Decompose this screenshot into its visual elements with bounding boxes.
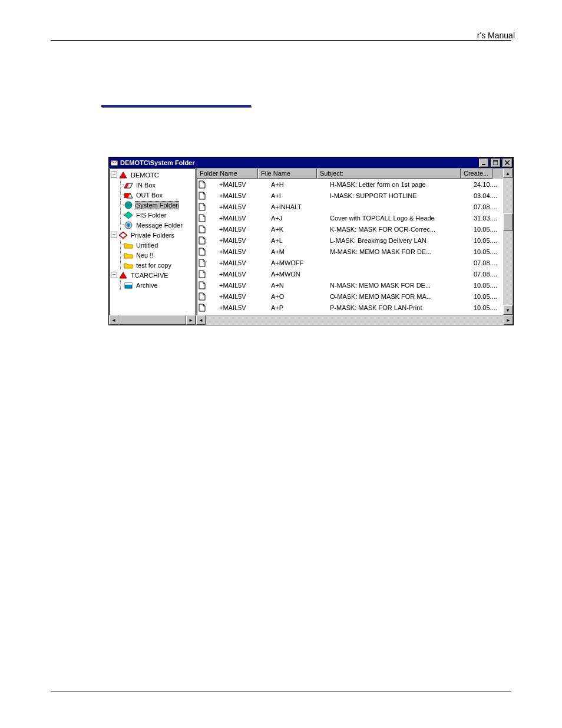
- cell-file: A+MWON: [269, 271, 328, 278]
- table-row[interactable]: +MAIL5VA+OO-MASK: MEMO MASK FOR MA...10.…: [197, 291, 503, 302]
- file-list[interactable]: +MAIL5VA+HH-MASK: Letter form on 1st pag…: [197, 179, 503, 315]
- cell-subject: L-MASK: Breakmsg Delivery LAN: [328, 237, 471, 244]
- cell-folder: +MAIL5V: [207, 271, 269, 278]
- tree-root-demotc[interactable]: – DEMOTC: [110, 170, 195, 180]
- tree-private-folders[interactable]: – Private Folders: [110, 230, 195, 240]
- cell-created: 07.08....: [471, 203, 503, 210]
- cell-created: 10.05....: [471, 237, 503, 244]
- app-icon: [110, 159, 118, 167]
- tree-system-folder[interactable]: System Folder: [110, 200, 195, 210]
- cell-created: 07.08....: [471, 259, 503, 266]
- tree-hscrollbar[interactable]: ◄ ►: [109, 315, 196, 325]
- col-file-header[interactable]: File Name: [258, 169, 317, 179]
- document-icon: [197, 270, 207, 278]
- svg-rect-3: [493, 160, 498, 162]
- system-folder-icon: [124, 201, 133, 209]
- table-row[interactable]: +MAIL5VA+MWON07.08....: [197, 268, 503, 279]
- document-icon: [197, 292, 207, 301]
- table-row[interactable]: +MAIL5VA+II-MASK: SUPPORT HOTLINE03.04..…: [197, 190, 503, 201]
- cell-file: A+H: [269, 181, 328, 188]
- cell-file: A+O: [269, 293, 328, 300]
- maximize-button[interactable]: [490, 158, 501, 167]
- cell-created: 10.05....: [471, 304, 503, 311]
- tree-message-folder[interactable]: Message Folder: [110, 220, 195, 230]
- scroll-right-button[interactable]: ►: [186, 315, 196, 325]
- tree-untitled[interactable]: Untitled: [110, 240, 195, 250]
- document-icon: [197, 259, 207, 267]
- section-underline: [101, 105, 251, 107]
- close-button[interactable]: [502, 158, 513, 167]
- svg-rect-1: [482, 164, 485, 165]
- table-row[interactable]: +MAIL5VA+INHALT07.08....: [197, 201, 503, 212]
- cell-folder: +MAIL5V: [207, 259, 269, 266]
- tree-archive[interactable]: Archive: [110, 280, 195, 290]
- tree-fis-folder[interactable]: FIS Folder: [110, 210, 195, 220]
- tree-toggle[interactable]: –: [111, 172, 117, 178]
- tree-neu[interactable]: Neu !!: [110, 250, 195, 260]
- svg-marker-13: [124, 212, 133, 219]
- document-icon: [197, 180, 207, 189]
- cell-folder: +MAIL5V: [207, 192, 269, 199]
- document-icon: [197, 315, 207, 315]
- table-row[interactable]: +MAIL5VA+PP-MASK: MASK FOR LAN-Print10.0…: [197, 302, 503, 313]
- table-row[interactable]: +MAIL5VA+MM-MASK: MEMO MASK FOR DE...10.…: [197, 246, 503, 257]
- table-row[interactable]: +MAIL5VA+LL-MASK: Breakmsg Delivery LAN1…: [197, 235, 503, 246]
- scroll-down-button[interactable]: ▼: [503, 305, 513, 315]
- tree-inbox[interactable]: IN Box: [110, 180, 195, 190]
- tree-toggle[interactable]: –: [111, 232, 117, 238]
- col-created-header[interactable]: Create...: [461, 169, 492, 179]
- footer-rule: [51, 691, 511, 691]
- scroll-right-button[interactable]: ►: [504, 315, 513, 325]
- folder-icon: [124, 261, 133, 269]
- scroll-left-button[interactable]: ◄: [196, 315, 206, 325]
- fis-folder-icon: [124, 211, 133, 219]
- scroll-up-button[interactable]: ▲: [503, 169, 513, 178]
- cell-file: A+I: [269, 192, 328, 199]
- cell-folder: +MAIL5V: [207, 226, 269, 233]
- table-row[interactable]: +MAIL5VA+HH-MASK: Letter form on 1st pag…: [197, 179, 503, 190]
- cell-file: A+MWOFF: [269, 259, 328, 266]
- cell-created: 10.05....: [471, 282, 503, 289]
- cell-file: A+INHALT: [269, 203, 328, 210]
- cell-file: A+L: [269, 237, 328, 244]
- scroll-thumb[interactable]: [503, 213, 513, 231]
- tree-toggle[interactable]: –: [111, 272, 117, 278]
- document-icon: [197, 236, 207, 245]
- col-subject-header[interactable]: Subject:: [317, 169, 461, 179]
- list-vscrollbar[interactable]: ▲ ▼: [503, 169, 513, 315]
- titlebar[interactable]: DEMOTC\System Folder: [109, 157, 513, 168]
- folder-tree[interactable]: – DEMOTC IN Box: [109, 168, 196, 315]
- table-row[interactable]: +MAIL5VA+PBAKP-MASK: MASK FOR LAN-Print1…: [197, 313, 503, 315]
- folder-window: DEMOTC\System Folder –: [108, 157, 514, 325]
- col-folder-header[interactable]: Folder Name: [197, 169, 258, 179]
- list-hscrollbar[interactable]: ◄ ►: [196, 315, 513, 325]
- message-folder-icon: [124, 221, 133, 229]
- page-header: r's Manual: [477, 31, 515, 40]
- tree-test-copy[interactable]: test for copy: [110, 260, 195, 270]
- tree-outbox[interactable]: OUT Box: [110, 190, 195, 200]
- cell-file: A+N: [269, 282, 328, 289]
- cell-subject: Cover with TOPCALL Logo & Heade: [328, 215, 471, 222]
- cell-folder: +MAIL5V: [207, 215, 269, 222]
- cell-created: 24.10....: [471, 181, 503, 188]
- table-row[interactable]: +MAIL5VA+KK-MASK: MASK FOR OCR-Correc...…: [197, 223, 503, 235]
- cell-file: A+J: [269, 215, 328, 222]
- cell-folder: +MAIL5V: [207, 203, 269, 210]
- scroll-left-button[interactable]: ◄: [109, 315, 118, 325]
- cell-subject: H-MASK: Letter form on 1st page: [328, 181, 471, 188]
- column-headers[interactable]: Folder Name File Name Subject: Create...: [197, 169, 503, 179]
- table-row[interactable]: +MAIL5VA+MWOFF07.08....: [197, 257, 503, 268]
- cell-subject: I-MASK: SUPPORT HOTLINE: [328, 192, 471, 199]
- table-row[interactable]: +MAIL5VA+NN-MASK: MEMO MASK FOR DE...10.…: [197, 279, 503, 291]
- cell-created: 10.05....: [471, 293, 503, 300]
- minimize-button[interactable]: [478, 158, 489, 167]
- private-folders-icon: [118, 231, 128, 239]
- cell-folder: +MAIL5V: [207, 304, 269, 311]
- table-row[interactable]: +MAIL5VA+JCover with TOPCALL Logo & Head…: [197, 212, 503, 223]
- server-icon: [118, 171, 128, 179]
- document-icon: [197, 225, 207, 233]
- svg-point-12: [127, 204, 130, 206]
- tree-root-tcarchive[interactable]: – TCARCHIVE: [110, 270, 195, 280]
- cell-folder: +MAIL5V: [207, 181, 269, 188]
- cell-created: 03.04....: [471, 192, 503, 199]
